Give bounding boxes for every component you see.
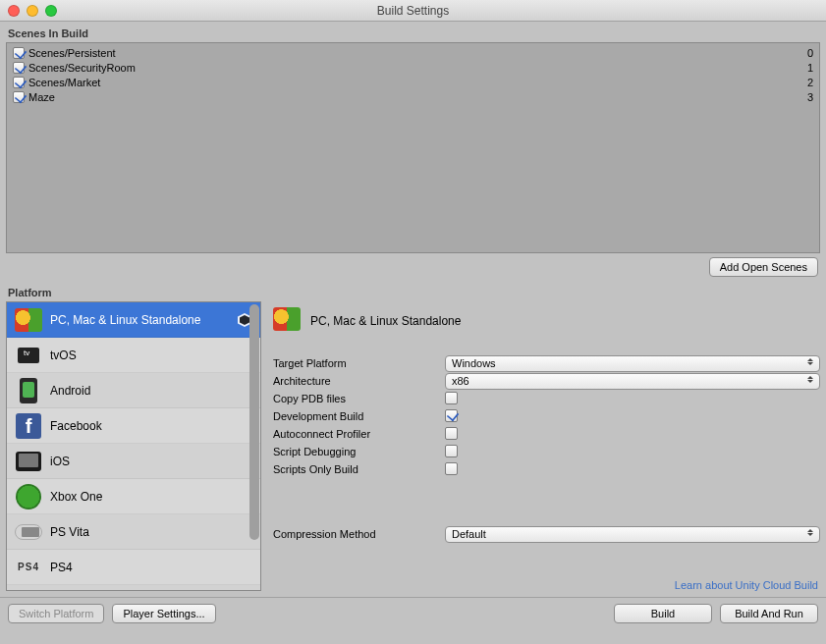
platform-item-label: Xbox One [50, 490, 252, 504]
compression-method-value: Default [452, 528, 486, 540]
script-debugging-label: Script Debugging [273, 446, 445, 457]
scene-name: Scenes/Market [28, 77, 807, 88]
pc-icon [273, 307, 301, 335]
platform-item-label: iOS [50, 455, 252, 468]
architecture-label: Architecture [273, 375, 445, 387]
chevron-updown-icon [805, 529, 815, 539]
window-controls [8, 5, 57, 17]
copy-pdb-checkbox[interactable] [445, 392, 458, 404]
appletv-icon [15, 342, 42, 369]
platform-item-tvos[interactable]: tvOS [7, 338, 260, 373]
platform-label: Platform [8, 287, 820, 298]
scene-name: Scenes/Persistent [28, 47, 807, 59]
scene-row[interactable]: Scenes/SecurityRoom1 [9, 60, 817, 75]
learn-cloud-build-link[interactable]: Learn about Unity Cloud Build [675, 579, 818, 591]
scenes-in-build-label: Scenes In Build [8, 27, 820, 39]
facebook-icon: f [15, 412, 42, 440]
target-platform-value: Windows [452, 357, 496, 369]
scenes-list[interactable]: Scenes/Persistent0Scenes/SecurityRoom1Sc… [6, 42, 820, 253]
ps4-icon: PS4 [15, 554, 42, 581]
add-open-scenes-button[interactable]: Add Open Scenes [709, 257, 818, 277]
platform-item-label: PS Vita [50, 525, 252, 539]
platform-item-ios[interactable]: iOS [7, 444, 260, 479]
window-title: Build Settings [0, 4, 826, 18]
zoom-window-button[interactable] [45, 5, 57, 17]
scene-checkbox[interactable] [13, 77, 25, 88]
development-build-checkbox[interactable] [445, 409, 458, 422]
scene-checkbox[interactable] [13, 62, 25, 74]
android-icon [15, 377, 42, 404]
chevron-updown-icon [805, 376, 815, 386]
scene-row[interactable]: Scenes/Market2 [9, 75, 817, 89]
scene-index: 3 [807, 91, 813, 103]
xbox-icon [15, 483, 42, 510]
bottom-toolbar: Switch Platform Player Settings... Build… [0, 597, 826, 631]
autoconnect-profiler-label: Autoconnect Profiler [273, 428, 445, 440]
compression-method-label: Compression Method [273, 528, 445, 540]
platform-item-label: Android [50, 384, 252, 398]
platform-item-label: Facebook [50, 419, 252, 433]
scene-name: Scenes/SecurityRoom [28, 62, 807, 74]
platform-item-android[interactable]: Android [7, 373, 260, 408]
scene-row[interactable]: Scenes/Persistent0 [9, 45, 817, 60]
copy-pdb-label: Copy PDB files [273, 393, 445, 404]
scene-index: 2 [807, 77, 813, 88]
platform-list[interactable]: PC, Mac & Linux StandalonetvOSAndroidfFa… [6, 301, 261, 591]
architecture-dropdown[interactable]: x86 [445, 373, 820, 390]
platform-detail-title: PC, Mac & Linux Standalone [310, 314, 461, 328]
player-settings-button[interactable]: Player Settings... [112, 604, 215, 623]
platform-detail-panel: PC, Mac & Linux Standalone Target Platfo… [273, 301, 820, 591]
platform-item-facebook[interactable]: fFacebook [7, 408, 260, 444]
platform-item-xboxone[interactable]: Xbox One [7, 479, 260, 514]
target-platform-dropdown[interactable]: Windows [445, 355, 820, 372]
development-build-label: Development Build [273, 410, 445, 422]
scene-checkbox[interactable] [13, 91, 25, 103]
scene-row[interactable]: Maze3 [9, 89, 817, 104]
platform-item-label: PS4 [50, 561, 252, 574]
close-window-button[interactable] [8, 5, 20, 17]
titlebar: Build Settings [0, 0, 826, 22]
target-platform-label: Target Platform [273, 357, 445, 369]
unity-logo-icon [237, 312, 252, 328]
platform-item-standalone[interactable]: PC, Mac & Linux Standalone [7, 302, 260, 338]
scene-index: 0 [807, 47, 813, 59]
pc-icon [15, 306, 42, 334]
ios-icon [15, 448, 42, 475]
scene-name: Maze [28, 91, 807, 103]
psvita-icon [15, 518, 42, 546]
chevron-updown-icon [805, 358, 815, 368]
compression-method-dropdown[interactable]: Default [445, 526, 820, 543]
build-and-run-button[interactable]: Build And Run [720, 604, 818, 623]
scene-checkbox[interactable] [13, 47, 25, 59]
script-debugging-checkbox[interactable] [445, 445, 458, 457]
platform-item-html[interactable]: HTML [7, 585, 260, 590]
platform-item-label: tvOS [50, 349, 252, 362]
autoconnect-profiler-checkbox[interactable] [445, 427, 458, 440]
build-button[interactable]: Build [614, 604, 712, 623]
platform-item-psvita[interactable]: PS Vita [7, 514, 260, 550]
platform-item-ps4[interactable]: PS4PS4 [7, 550, 260, 585]
architecture-value: x86 [452, 375, 469, 387]
scripts-only-build-label: Scripts Only Build [273, 463, 445, 475]
platform-item-label: PC, Mac & Linux Standalone [50, 313, 229, 327]
scripts-only-build-checkbox[interactable] [445, 462, 458, 475]
switch-platform-button: Switch Platform [8, 604, 104, 623]
minimize-window-button[interactable] [27, 5, 38, 17]
scene-index: 1 [807, 62, 813, 74]
html-icon: HTML [15, 580, 42, 591]
